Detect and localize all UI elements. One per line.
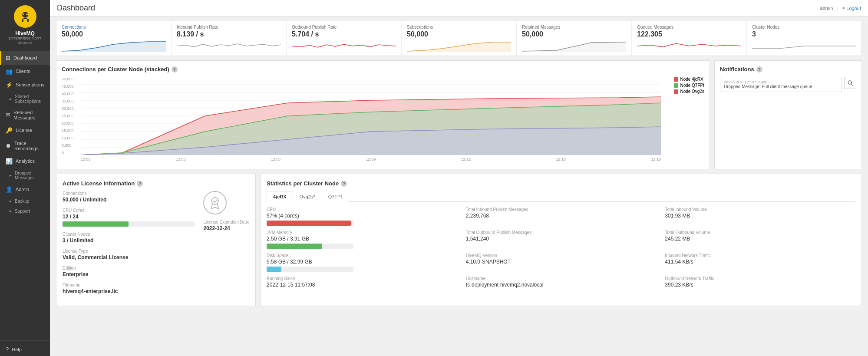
analytics-icon: 📊	[6, 158, 13, 165]
svg-rect-5	[22, 19, 23, 22]
node-stat-cpu: CPU 97% (4 cores)	[267, 207, 457, 226]
sidebar-item-help[interactable]: ? Help	[0, 343, 50, 356]
x-label-1206: 12:06	[271, 157, 281, 162]
y-label-35000: 35,000	[62, 99, 80, 103]
legend-node-4jcrx: Node 4jcRX	[674, 77, 704, 82]
topbar: Dashboard admin | ➜ Logout	[50, 0, 868, 16]
y-label-45000: 45,000	[62, 84, 80, 89]
chevron-right-icon-3: ▸	[10, 199, 12, 203]
sidebar-item-trace-recordings[interactable]: ⏺ Trace Recordings	[0, 137, 50, 155]
tab-4jcrx[interactable]: 4jcRX	[267, 191, 293, 202]
sidebar-item-dashboard[interactable]: ⊞ Dashboard	[0, 51, 50, 65]
y-label-25000: 25,000	[62, 114, 80, 118]
svg-point-3	[26, 13, 28, 15]
svg-point-2	[23, 13, 24, 15]
clients-icon: 👥	[6, 68, 13, 75]
notification-content: 2022/12/15 12:19:58,000 Dropped Message:…	[724, 80, 812, 89]
sidebar-item-dropped-messages[interactable]: ▸ Dropped Messages	[0, 168, 50, 183]
node-stats-help-icon[interactable]: ?	[341, 181, 347, 187]
node-stat-hivemq-version-value: 4.10.0-SNAPSHOT	[466, 259, 657, 265]
logout-icon: ➜	[841, 5, 845, 11]
sidebar-item-support[interactable]: ▸ Support	[0, 206, 50, 216]
x-label-1218: 12:18	[651, 157, 661, 162]
node-disk-bar-track	[267, 267, 353, 272]
connections-link[interactable]: Connections	[62, 25, 86, 30]
node-stats-tabs: 4jcRX Ovg2s* Q7FPf	[267, 191, 855, 202]
license-connections-label: Connections	[63, 191, 195, 196]
node-jvm-bar-fill	[267, 244, 322, 249]
stats-bar: Connections 50,000 Inbound Publish Rate …	[56, 21, 862, 56]
sidebar-item-analytics[interactable]: 📊 Analytics	[0, 155, 50, 168]
license-cpu-label: CPU Cores	[63, 208, 195, 213]
notification-search-button[interactable]	[844, 77, 856, 89]
license-cpu-value: 12 / 24	[63, 214, 195, 220]
x-label-1200: 12:00	[81, 157, 91, 162]
license-edition-value: Enterprise	[63, 271, 195, 277]
tab-ovg2s[interactable]: Ovg2s*	[293, 191, 322, 202]
license-cpu-field: CPU Cores 12 / 24	[63, 208, 195, 227]
node-disk-bar-fill	[267, 267, 281, 272]
search-icon	[847, 80, 853, 86]
connections-chart-help-icon[interactable]: ?	[172, 66, 178, 73]
stat-value-connections: 50,000	[62, 30, 166, 38]
sidebar: HiveMQ ENTERPRISE MQTT BROKER ⊞ Dashboar…	[0, 0, 50, 356]
stat-chart-subscriptions	[407, 40, 511, 52]
license-help-icon[interactable]: ?	[137, 181, 143, 187]
help-icon: ?	[6, 346, 9, 353]
node-jvm-bar-track	[267, 244, 353, 249]
sidebar-item-subscriptions[interactable]: ⚡ Subscriptions	[0, 78, 50, 92]
node-stat-outbound-publish: Total Outbound Publish Messages 1,541,24…	[466, 230, 657, 249]
sidebar-label-support: Support	[15, 209, 30, 214]
node-stat-disk-label: Disk Space	[267, 253, 457, 258]
node-stat-running-since: Running Since 2022-12-15 11:57:08	[267, 276, 457, 288]
sidebar-item-shared-subscriptions[interactable]: ▸ Shared Subscriptions	[0, 92, 50, 106]
notifications-title: Notifications ?	[720, 66, 856, 73]
sidebar-item-backup[interactable]: ▸ Backup	[0, 196, 50, 206]
logo-icon	[14, 5, 36, 28]
logout-link[interactable]: ➜ Logout	[841, 5, 861, 11]
license-right-col: License Expiration Date 2022-12-24	[203, 191, 249, 300]
sidebar-label-backup: Backup	[15, 199, 29, 204]
notification-item: 2022/12/15 12:19:58,000 Dropped Message:…	[720, 77, 842, 92]
license-expiry-value: 2022-12-24	[203, 225, 249, 231]
legend-dot-4jcrx	[674, 77, 678, 82]
legend-label-4jcrx: Node 4jcRX	[680, 77, 703, 82]
node-stat-outbound-volume-value: 245.22 MB	[665, 236, 855, 242]
stat-value-inbound: 8.139 / s	[177, 30, 281, 38]
node-stat-outbound-network-value: 390.23 KB/s	[665, 282, 855, 288]
node-stat-outbound-network: Outbound Network Traffic 390.23 KB/s	[665, 276, 855, 288]
sidebar-label-subscriptions: Subscriptions	[16, 82, 44, 87]
sidebar-item-retained-messages[interactable]: ✉ Retained Messages	[0, 106, 50, 124]
license-badge-icon	[203, 191, 227, 214]
sidebar-item-clients[interactable]: 👥 Clients	[0, 65, 50, 78]
node-stat-hostname-value: ts-deployment-hivemq2.novalocal	[466, 282, 657, 288]
node-stat-inbound-publish-label: Total Inbound Publish Messages	[466, 207, 657, 212]
node-stat-inbound-volume-label: Total Inbound Volume	[665, 207, 855, 212]
stat-label-subscriptions: Subscriptions	[407, 25, 511, 30]
notifications-help-icon[interactable]: ?	[756, 66, 762, 73]
tab-q7fpf[interactable]: Q7FPf	[322, 191, 349, 202]
node-stat-inbound-volume: Total Inbound Volume 301.93 MB	[665, 207, 855, 226]
stat-value-queued: 122.305	[637, 30, 741, 38]
node-stat-hostname: Hostname ts-deployment-hivemq2.novalocal	[466, 276, 657, 288]
sidebar-label-help: Help	[12, 347, 22, 352]
stat-label-retained: Retained Messages	[522, 25, 626, 30]
sidebar-item-license[interactable]: 🔑 License	[0, 124, 50, 137]
sidebar-label-shared-subscriptions: Shared Subscriptions	[15, 94, 46, 104]
notifications-panel: Notifications ? 2022/12/15 12:19:58,000 …	[714, 60, 862, 169]
bottom-row: Active License Information ? Connections…	[56, 174, 862, 306]
sidebar-item-admin[interactable]: 👤 Admin	[0, 183, 50, 196]
svg-rect-4	[23, 18, 27, 19]
license-type-field: License Type Valid, Commercial License	[63, 249, 195, 260]
svg-point-24	[848, 81, 851, 84]
license-expiry-field: License Expiration Date 2022-12-24	[203, 220, 249, 231]
user-label: admin	[820, 6, 833, 11]
node-stat-hivemq-version: HiveMQ Version 4.10.0-SNAPSHOT	[466, 253, 657, 272]
sidebar-label-dropped-messages: Dropped Messages	[15, 171, 46, 180]
node-stat-outbound-publish-value: 1,541,240	[466, 236, 657, 242]
topbar-right: admin | ➜ Logout	[820, 5, 861, 11]
y-label-40000: 40,000	[62, 92, 80, 96]
node-stat-jvm-value: 2.50 GB / 3.91 GB	[267, 236, 457, 242]
node-stat-outbound-volume: Total Outbound Volume 245.22 MB	[665, 230, 855, 249]
subscriptions-icon: ⚡	[6, 82, 13, 88]
